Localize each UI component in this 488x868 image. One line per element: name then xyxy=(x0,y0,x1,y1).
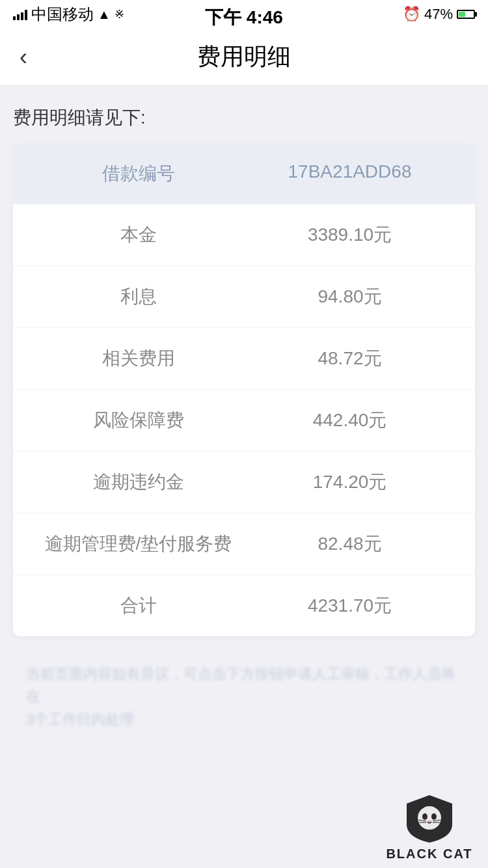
wifi-icon: ▲ xyxy=(98,7,111,22)
cat-shield-icon xyxy=(400,792,459,844)
table-row: 逾期违约金174.20元 xyxy=(13,452,475,513)
row-label: 合计 xyxy=(33,593,244,618)
status-time: 下午 4:46 xyxy=(205,5,283,30)
table-row: 本金3389.10元 xyxy=(13,204,475,266)
table-row: 风险保障费442.40元 xyxy=(13,390,475,452)
row-label: 风险保障费 xyxy=(33,408,244,433)
row-label: 逾期管理费/垫付服务费 xyxy=(33,532,244,556)
row-label: 本金 xyxy=(33,223,244,247)
battery-icon xyxy=(457,10,475,19)
page-title: 费用明细 xyxy=(197,41,291,73)
row-value: 3389.10元 xyxy=(244,223,455,247)
signal-icon xyxy=(13,8,27,20)
header-col2: 17BA21ADD68 xyxy=(244,161,455,186)
alarm-icon: ⏰ xyxy=(403,6,420,23)
table-row: 逾期管理费/垫付服务费82.48元 xyxy=(13,513,475,575)
row-label: 利息 xyxy=(33,284,244,309)
svg-point-4 xyxy=(431,813,437,820)
activity-icon: ※ xyxy=(115,7,124,21)
watermark-area: 当前页面内容如有异议，可点击下方按钮申请人工审核，工作人员将在 3个工作日内处理 xyxy=(13,649,475,744)
carrier-name: 中国移动 xyxy=(31,4,94,25)
row-label: 逾期违约金 xyxy=(33,470,244,495)
black-cat-logo: BLACK CAT xyxy=(371,790,488,868)
watermark-text: 当前页面内容如有异议，可点击下方按钮申请人工审核，工作人员将在 3个工作日内处理 xyxy=(26,662,462,731)
table-row: 相关费用48.72元 xyxy=(13,328,475,390)
row-value: 4231.70元 xyxy=(244,593,455,618)
table-row: 合计4231.70元 xyxy=(13,575,475,636)
table-row: 利息94.80元 xyxy=(13,266,475,328)
svg-point-3 xyxy=(422,813,427,820)
table-rows-container: 本金3389.10元利息94.80元相关费用48.72元风险保障费442.40元… xyxy=(13,204,475,636)
black-cat-text: BLACK CAT xyxy=(386,847,472,861)
nav-bar: ‹ 费用明细 xyxy=(0,29,488,86)
status-right: ⏰ 47% xyxy=(403,6,475,23)
row-value: 442.40元 xyxy=(244,408,455,433)
back-button[interactable]: ‹ xyxy=(13,37,34,77)
table-header-row: 借款编号 17BA21ADD68 xyxy=(13,143,475,204)
header-col1: 借款编号 xyxy=(33,161,244,186)
main-content: 费用明细请见下: 借款编号 17BA21ADD68 本金3389.10元利息94… xyxy=(0,86,488,764)
section-title: 费用明细请见下: xyxy=(13,105,475,130)
svg-point-0 xyxy=(418,806,441,830)
fee-table: 借款编号 17BA21ADD68 本金3389.10元利息94.80元相关费用4… xyxy=(13,143,475,636)
row-value: 94.80元 xyxy=(244,284,455,309)
status-left: 中国移动 ▲ ※ xyxy=(13,4,124,25)
battery-percent: 47% xyxy=(424,6,453,23)
row-value: 48.72元 xyxy=(244,346,455,371)
row-value: 82.48元 xyxy=(244,532,455,556)
status-bar: 中国移动 ▲ ※ 下午 4:46 ⏰ 47% xyxy=(0,0,488,29)
row-label: 相关费用 xyxy=(33,346,244,371)
row-value: 174.20元 xyxy=(244,470,455,495)
